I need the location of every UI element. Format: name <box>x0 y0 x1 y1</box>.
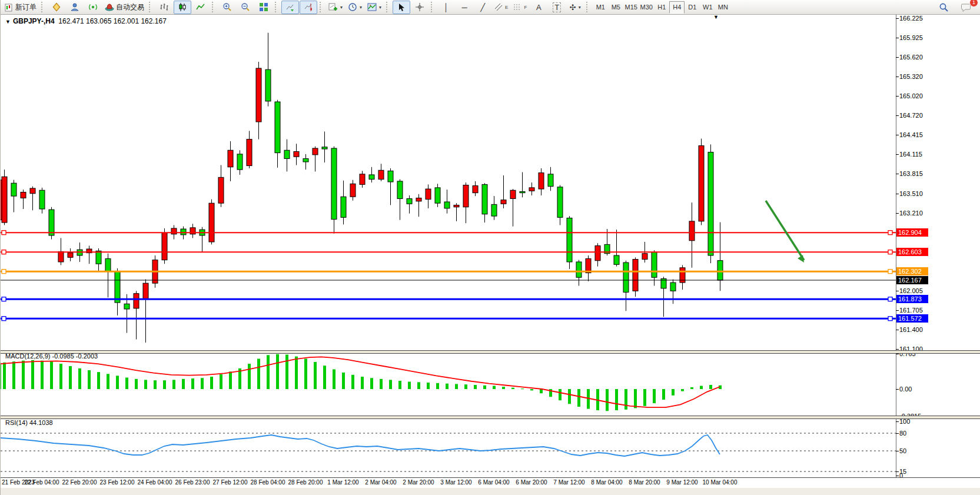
auto-trading-label: 自动交易 <box>116 2 144 12</box>
chart-shift-button[interactable] <box>300 1 317 14</box>
vertical-line-button[interactable]: │ <box>437 1 455 14</box>
auto-scroll-icon <box>285 2 295 12</box>
line-chart-icon <box>196 2 205 12</box>
text-button[interactable]: A <box>530 1 547 14</box>
text-label-button[interactable]: T <box>548 1 566 14</box>
macd-histogram-bar <box>417 382 420 389</box>
macd-histogram-bar <box>257 359 260 389</box>
axis-tick <box>896 349 899 350</box>
macd-histogram-bar <box>511 388 514 389</box>
arrows-button[interactable]: ✣ ▾ <box>566 1 584 14</box>
symbols-button[interactable] <box>48 1 65 14</box>
timeframe-m5-button[interactable]: M5 <box>608 1 623 14</box>
arrow-annotation[interactable] <box>766 201 804 260</box>
rsi-line <box>1 435 720 456</box>
new-order-button[interactable]: 新订单 <box>2 1 39 14</box>
search-icon <box>939 2 949 12</box>
search-button[interactable] <box>935 1 952 14</box>
signal-button[interactable] <box>84 1 102 14</box>
channel-letter: E <box>505 5 508 10</box>
time-axis: 21 Feb 202322 Feb 04:0022 Feb 20:0023 Fe… <box>1 478 980 487</box>
date-label: 26 Feb 23:00 <box>175 479 210 486</box>
channel-button[interactable]: E <box>492 1 510 14</box>
line-handle[interactable] <box>2 270 6 274</box>
line-handle[interactable] <box>2 250 6 254</box>
timeframe-d1-button[interactable]: D1 <box>685 1 700 14</box>
timeframe-m30-button[interactable]: M30 <box>639 1 654 14</box>
horizontal-line-button[interactable]: ─ <box>456 1 473 14</box>
macd-histogram-bar <box>662 389 665 400</box>
macd-histogram-bar <box>12 361 15 389</box>
tile-windows-icon <box>259 2 268 12</box>
line-handle[interactable] <box>2 317 6 321</box>
candlestick-chart-button[interactable] <box>174 1 191 14</box>
line-chart-button[interactable] <box>192 1 210 14</box>
date-label: 28 Feb 04:00 <box>251 479 285 486</box>
crosshair-button[interactable] <box>411 1 428 14</box>
timeframe-h4-button[interactable]: H4 <box>669 1 685 14</box>
new-order-icon <box>5 3 14 12</box>
line-handle[interactable] <box>888 270 892 274</box>
chart-shift-marker[interactable]: ▼ <box>713 14 719 20</box>
chart-area[interactable] <box>1 15 896 478</box>
templates-button[interactable]: ▾ <box>365 1 384 14</box>
line-handle[interactable] <box>888 297 892 301</box>
macd-histogram-bar <box>493 386 496 389</box>
candle <box>21 192 26 198</box>
zoom-in-button[interactable] <box>218 1 236 14</box>
zoom-out-button[interactable] <box>237 1 254 14</box>
macd-histogram-bar <box>568 389 571 404</box>
candle <box>331 148 337 220</box>
date-label: 2 Mar 04:00 <box>365 479 396 486</box>
macd-histogram-bar <box>653 389 656 403</box>
panel-separator[interactable] <box>1 416 980 419</box>
axis-tick <box>896 38 899 38</box>
auto-trading-button[interactable]: 自动交易 <box>102 1 147 14</box>
new-chart-button[interactable]: ▾ <box>326 1 345 14</box>
notification-badge: 1 <box>969 0 978 7</box>
toolbar-grip <box>41 2 45 12</box>
candle <box>397 181 403 199</box>
candle <box>171 228 177 234</box>
profile-button[interactable] <box>66 1 84 14</box>
line-handle[interactable] <box>2 297 6 301</box>
macd-histogram-bar <box>540 389 543 393</box>
candle <box>520 191 525 192</box>
bar-chart-button[interactable] <box>155 1 173 14</box>
macd-histogram-bar <box>474 385 477 389</box>
candle <box>68 253 73 258</box>
macd-histogram-bar <box>267 355 270 389</box>
macd-histogram-bar <box>22 361 25 389</box>
cursor-button[interactable] <box>393 1 410 14</box>
timeframe-m1-button[interactable]: M1 <box>593 1 608 14</box>
macd-histogram-bar <box>78 368 81 389</box>
candle <box>426 189 431 200</box>
candle <box>181 229 186 235</box>
chart-canvas[interactable] <box>1 15 896 478</box>
macd-histogram-bar <box>398 381 401 389</box>
tile-windows-button[interactable] <box>255 1 273 14</box>
panel-separator[interactable] <box>1 350 980 354</box>
timeframe-mn-button[interactable]: MN <box>715 1 730 14</box>
macd-histogram-bar <box>690 387 693 389</box>
candle <box>11 183 16 196</box>
macd-histogram-bar <box>154 380 157 389</box>
timeframe-w1-button[interactable]: W1 <box>700 1 715 14</box>
trendline-button[interactable]: ╱ <box>474 1 491 14</box>
fibonacci-button[interactable]: F <box>511 1 529 14</box>
auto-scroll-button[interactable] <box>281 1 299 14</box>
line-handle[interactable] <box>888 231 892 235</box>
notifications-button[interactable]: 1 <box>957 1 975 14</box>
period-button[interactable]: ▾ <box>346 1 364 14</box>
line-handle[interactable] <box>888 317 892 321</box>
macd-histogram-bar <box>144 380 147 389</box>
zoom-out-icon <box>241 2 250 12</box>
profile-icon <box>70 2 79 12</box>
line-handle[interactable] <box>888 250 892 254</box>
line-handle[interactable] <box>2 231 6 235</box>
timeframe-h1-button[interactable]: H1 <box>654 1 669 14</box>
macd-histogram-bar <box>709 385 712 389</box>
candle <box>115 271 120 303</box>
timeframe-m15-button[interactable]: M15 <box>623 1 639 14</box>
axis-tick <box>896 471 899 472</box>
